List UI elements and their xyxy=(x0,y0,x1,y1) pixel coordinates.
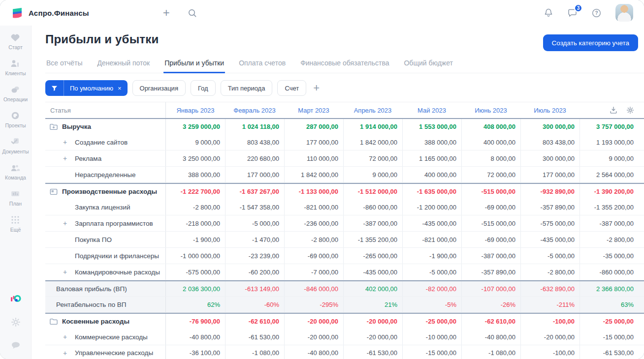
cell-value: -25 000,00 xyxy=(402,314,461,329)
sidebar-item-more[interactable]: Ещё xyxy=(2,215,29,233)
settings-gear-icon[interactable] xyxy=(10,317,21,328)
table-row[interactable]: +Реклама3 250 000,00220 680,00110 000,00… xyxy=(45,150,644,167)
cell-value: -69 000,00 xyxy=(461,199,520,215)
bell-icon[interactable] xyxy=(544,8,553,18)
cell-value: -69 000,00 xyxy=(284,248,343,264)
tab-4[interactable]: Оплата счетов xyxy=(238,56,287,73)
cell-value: -435 000,00 xyxy=(402,215,461,231)
table-row[interactable]: +Коммерческие расходы-40 800,00-61 530,0… xyxy=(45,329,644,345)
sidebar-item-start[interactable]: Старт xyxy=(2,32,29,50)
table-row[interactable]: Покупка ПО-1 900,00-1 470,00-2 800,00-1 … xyxy=(45,232,644,248)
help-icon[interactable]: ? xyxy=(591,8,602,18)
cell-value: -5% xyxy=(402,297,461,312)
column-header-month[interactable]: Июнь 2023 xyxy=(461,102,520,118)
table-row[interactable]: Закупка лицензий-2 800,00-1 547 358,00-8… xyxy=(45,199,644,215)
table-row[interactable]: Нераспределенные388 000,00177 000,001 84… xyxy=(45,167,644,183)
add-filter-icon[interactable]: + xyxy=(313,83,320,93)
download-icon[interactable] xyxy=(609,106,618,115)
cell-value: -1 355 200,00 xyxy=(343,232,402,247)
table-row[interactable]: Рентабельность по ВП62%-60%-295%21%-5%-2… xyxy=(45,297,644,313)
row-label: Командировочные расходы xyxy=(75,269,160,276)
expand-plus-icon[interactable]: + xyxy=(63,219,75,227)
cell-value: -25 000,00 xyxy=(580,314,639,329)
filter-chip[interactable]: Год xyxy=(191,80,216,96)
tab-6[interactable]: Общий бюджет xyxy=(403,56,453,73)
expand-plus-icon[interactable]: + xyxy=(63,268,75,276)
sidebar-item-documents[interactable]: Документы xyxy=(2,137,29,154)
create-category-button[interactable]: Создать категорию учета xyxy=(543,34,638,51)
table-row[interactable]: +Зарплата программистов-218 000,00-5 000… xyxy=(45,215,644,232)
table-row[interactable]: Косвенные расходы-76 900,00-62 610,00-20… xyxy=(45,313,644,329)
cell-value: 400 000,00 xyxy=(402,167,461,182)
tab-3[interactable]: Прибыли и убытки xyxy=(163,56,225,73)
team-icon xyxy=(10,163,21,173)
row-label: Покупка ПО xyxy=(75,236,112,243)
close-icon[interactable]: × xyxy=(117,85,128,92)
avatar[interactable] xyxy=(615,4,633,22)
column-header-month[interactable]: Январь 2023 xyxy=(166,102,225,118)
tab-1[interactable]: Все отчёты xyxy=(45,56,83,73)
cell-value: -1 900,00 xyxy=(402,248,461,264)
expand-plus-icon[interactable]: + xyxy=(63,349,75,357)
cell-value: -35 000,00 xyxy=(580,248,639,264)
row-label: Создание сайтов xyxy=(75,139,128,146)
column-header-month[interactable]: Июль 2023 xyxy=(520,102,580,118)
cell-value: -435 000,00 xyxy=(343,264,402,280)
filter-chip[interactable]: Тип периода xyxy=(221,80,273,96)
filter-chip[interactable]: Организация xyxy=(132,80,186,96)
card-lines-icon xyxy=(49,188,58,196)
cell-value: 63% xyxy=(580,297,639,312)
cell-value: -387 000,00 xyxy=(343,215,402,231)
expand-plus-icon[interactable]: + xyxy=(63,138,75,146)
start-icon xyxy=(10,32,21,42)
cell-value: 177 000,00 xyxy=(284,134,343,150)
clients-icon xyxy=(10,59,21,68)
table-row[interactable]: +Командировочные расходы-575 000,00-60 2… xyxy=(45,264,644,280)
table-row[interactable]: +Создание сайтов9 000,00803 438,00177 00… xyxy=(45,134,644,150)
tab-2[interactable]: Денежный поток xyxy=(96,56,151,73)
sidebar-item-plan[interactable]: План xyxy=(2,189,29,207)
cell-value: -20 000,00 xyxy=(520,329,580,345)
default-filter-pill[interactable]: По умолчанию × xyxy=(45,80,128,96)
cell-value: -821 000,00 xyxy=(284,199,343,215)
expand-plus-icon[interactable]: + xyxy=(63,333,75,341)
cell-value: -62 610,00 xyxy=(225,314,284,329)
row-label: Реклама xyxy=(75,155,101,162)
table-row[interactable]: Валовая прибыль (ВП)2 036 300,00-613 149… xyxy=(45,280,644,297)
cell-value: 9 000,00 xyxy=(343,167,402,182)
column-header-month[interactable]: Март 2023 xyxy=(284,102,343,118)
cell-value: -62 610,00 xyxy=(461,314,520,329)
row-label: Зарплата программистов xyxy=(75,220,153,227)
table-row[interactable]: Выручка3 259 000,001 024 118,00287 000,0… xyxy=(45,118,644,134)
aspro-color-logo-icon[interactable] xyxy=(10,294,21,304)
cell-value: -20 000,00 xyxy=(343,314,402,329)
sidebar-item-team[interactable]: Команда xyxy=(2,163,29,180)
table-settings-gear-icon[interactable] xyxy=(626,106,635,115)
sidebar-item-operations[interactable]: Операции xyxy=(2,85,29,102)
cell-value: -5 000,00 xyxy=(520,248,580,264)
column-header-month[interactable]: Февраль 2023 xyxy=(225,102,284,118)
cell-value: -40 800,00 xyxy=(166,329,225,345)
sidebar-item-clients[interactable]: Клиенты xyxy=(2,59,29,76)
column-header-month[interactable]: Апрель 2023 xyxy=(343,102,402,118)
expand-plus-icon[interactable]: + xyxy=(63,154,75,162)
default-filter-label: По умолчанию xyxy=(64,85,117,92)
chat-icon[interactable]: 3 xyxy=(567,8,578,18)
support-chat-icon[interactable] xyxy=(10,340,21,350)
cell-value: -60% xyxy=(225,297,284,312)
search-icon[interactable] xyxy=(188,8,197,18)
tab-5[interactable]: Финансовые обязательства xyxy=(299,56,390,73)
cell-value: 2 036 300,00 xyxy=(166,281,225,296)
table-row[interactable]: Производственные расходы-1 222 700,00-1 … xyxy=(45,183,644,199)
sidebar-item-projects[interactable]: Проекты xyxy=(2,111,29,128)
column-header-month[interactable]: Май 2023 xyxy=(402,102,461,118)
add-icon[interactable]: + xyxy=(163,7,170,19)
filter-chip[interactable]: Счет xyxy=(277,80,306,96)
table-row[interactable]: Подрядчики и фрилансеры-1 000 000,00-23 … xyxy=(45,248,644,264)
column-header-article: Статья xyxy=(45,102,166,118)
cell-value: -1 080,00 xyxy=(225,345,284,359)
cell-value: -100,00 xyxy=(520,314,580,329)
table-row[interactable]: +Управленческие расходы-36 100,00-1 080,… xyxy=(45,345,644,359)
cell-value: -20 000,00 xyxy=(343,329,402,345)
cell-value: -2 800,00 xyxy=(580,232,639,247)
